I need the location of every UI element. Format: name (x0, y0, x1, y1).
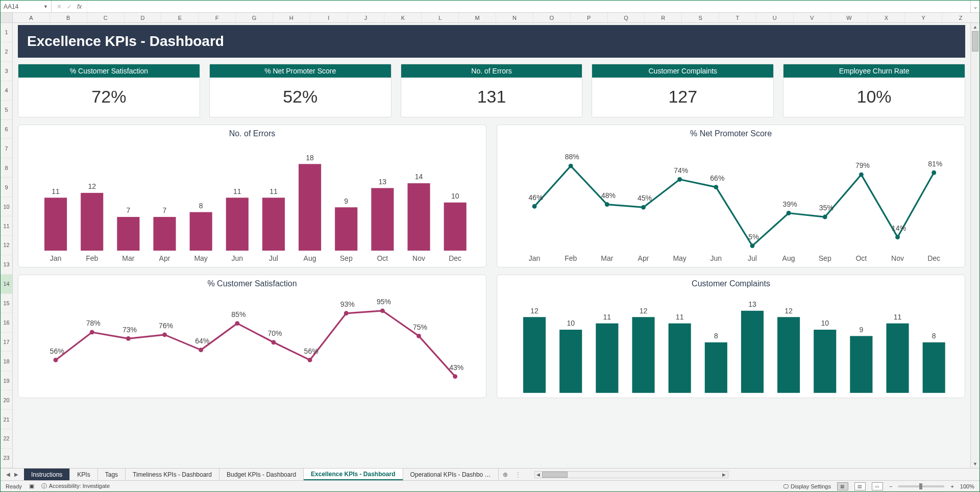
row-header[interactable]: 19 (1, 371, 12, 390)
chart-errors[interactable]: No. of Errors 11127781111189131410JanFeb… (18, 125, 486, 267)
scroll-up-icon[interactable]: ▲ (971, 23, 979, 31)
column-header[interactable]: W (831, 13, 868, 22)
worksheet-content[interactable]: Excellence KPIs - Dashboard % Customer S… (13, 23, 970, 468)
row-header[interactable]: 6 (1, 120, 12, 139)
add-sheet-button[interactable]: ⊕ (499, 471, 512, 478)
column-header[interactable]: T (719, 13, 756, 22)
row-header[interactable]: 11 (1, 216, 12, 236)
svg-text:12: 12 (530, 307, 538, 315)
row-header[interactable]: 20 (1, 390, 12, 410)
display-settings-button[interactable]: 🖵Display Settings (783, 483, 831, 489)
column-header[interactable]: H (273, 13, 310, 22)
row-header[interactable]: 8 (1, 158, 12, 178)
confirm-icon[interactable]: ✓ (67, 3, 72, 10)
row-header[interactable]: 9 (1, 178, 12, 197)
row-header[interactable]: 4 (1, 81, 12, 101)
column-header[interactable]: M (459, 13, 496, 22)
row-header[interactable]: 3 (1, 62, 12, 81)
column-header[interactable]: Z (942, 13, 979, 22)
row-header[interactable]: 14 (1, 275, 12, 294)
column-header[interactable]: X (868, 13, 905, 22)
row-header[interactable]: 23 (1, 449, 12, 468)
zoom-in-button[interactable]: + (950, 483, 953, 489)
sheet-tab[interactable]: Budget KPIs - Dashboard (219, 469, 304, 480)
row-header[interactable]: 18 (1, 352, 12, 371)
sheet-tab[interactable]: Tags (98, 469, 126, 480)
svg-text:70%: 70% (267, 329, 282, 337)
row-header[interactable]: 12 (1, 236, 12, 255)
column-header[interactable]: O (533, 13, 571, 22)
horizontal-scrollbar[interactable]: ◀ ▶ (524, 471, 979, 478)
tab-nav-prev-icon[interactable]: ◀ (5, 472, 12, 477)
row-header[interactable]: 13 (1, 255, 12, 275)
svg-text:9: 9 (344, 197, 348, 205)
column-header[interactable]: B (50, 13, 87, 22)
column-header[interactable]: E (161, 13, 199, 22)
column-header[interactable]: F (199, 13, 236, 22)
scrollbar-thumb[interactable] (542, 472, 568, 478)
chart-csat-svg: 56%78%73%76%64%85%70%56%93%95%75%43% (24, 291, 480, 396)
fx-icon[interactable]: fx (77, 3, 82, 10)
vertical-scrollbar[interactable]: ▲ ▼ (970, 23, 979, 468)
column-header[interactable]: P (571, 13, 608, 22)
formula-input[interactable] (87, 1, 970, 12)
formula-bar-expand-icon[interactable]: ⌄ (970, 1, 979, 12)
chart-complaints[interactable]: Customer Complaints 12101112118131210911… (497, 275, 965, 398)
row-header[interactable]: 22 (1, 429, 12, 449)
view-page-layout-button[interactable]: ▤ (854, 482, 866, 490)
row-header[interactable]: 1 (1, 23, 12, 42)
scroll-right-icon[interactable]: ▶ (721, 472, 728, 477)
column-header[interactable]: A (13, 13, 50, 22)
cancel-icon[interactable]: ✕ (57, 3, 62, 10)
sheet-tab[interactable]: Excellence KPIs - Dashboard (304, 469, 403, 480)
sheet-tab[interactable]: Operational KPIs - Dashbo … (403, 469, 499, 480)
column-header[interactable]: I (310, 13, 348, 22)
sheet-tab[interactable]: Timeliness KPIs - Dashboard (126, 469, 219, 480)
row-header[interactable]: 2 (1, 42, 12, 62)
macro-record-icon[interactable]: ▣ (29, 483, 34, 489)
scrollbar-thumb[interactable] (972, 31, 978, 52)
sheet-tab[interactable]: Instructions (24, 469, 70, 480)
row-header[interactable]: 10 (1, 197, 12, 216)
zoom-out-button[interactable]: − (889, 483, 892, 489)
chevron-down-icon[interactable]: ▼ (43, 4, 48, 9)
row-header[interactable]: 7 (1, 139, 12, 158)
view-page-break-button[interactable]: ▭ (872, 482, 883, 490)
column-header[interactable]: S (682, 13, 719, 22)
svg-text:35%: 35% (819, 204, 834, 212)
column-header[interactable]: R (645, 13, 682, 22)
zoom-slider[interactable] (898, 485, 944, 487)
svg-point-78 (162, 333, 167, 337)
column-header[interactable]: J (348, 13, 385, 22)
scroll-left-icon[interactable]: ◀ (535, 472, 542, 477)
chart-nps[interactable]: % Net Promoter Score 46%88%48%45%74%66%5… (497, 125, 965, 267)
zoom-level[interactable]: 100% (960, 483, 974, 489)
row-header[interactable]: 5 (1, 101, 12, 120)
tab-nav-next-icon[interactable]: ▶ (13, 472, 20, 477)
column-header[interactable]: Y (905, 13, 942, 22)
view-normal-button[interactable]: ▦ (837, 482, 848, 490)
svg-rect-2 (81, 193, 103, 251)
row-header[interactable]: 15 (1, 294, 12, 313)
column-header[interactable]: U (756, 13, 794, 22)
row-header[interactable]: 17 (1, 333, 12, 352)
column-header[interactable]: C (87, 13, 125, 22)
svg-text:Dec: Dec (927, 254, 940, 262)
column-header[interactable]: K (384, 13, 422, 22)
column-header[interactable]: L (422, 13, 459, 22)
column-header[interactable]: D (125, 13, 162, 22)
sheet-tab[interactable]: KPIs (70, 469, 97, 480)
column-header[interactable]: Q (608, 13, 645, 22)
chart-csat[interactable]: % Customer Satisfaction 56%78%73%76%64%8… (18, 275, 486, 398)
name-box[interactable]: AA14 ▼ (1, 1, 52, 12)
accessibility-status[interactable]: ⓘAccessibility: Investigate (41, 482, 110, 490)
row-header[interactable]: 16 (1, 313, 12, 333)
column-header[interactable]: V (794, 13, 831, 22)
row-header[interactable]: 21 (1, 410, 12, 429)
column-header[interactable]: G (236, 13, 273, 22)
svg-text:May: May (673, 254, 686, 262)
column-header[interactable]: N (496, 13, 533, 22)
select-all-corner[interactable] (1, 13, 13, 22)
scroll-down-icon[interactable]: ▼ (971, 460, 979, 468)
kpi-label: % Customer Satisfaction (18, 64, 200, 78)
